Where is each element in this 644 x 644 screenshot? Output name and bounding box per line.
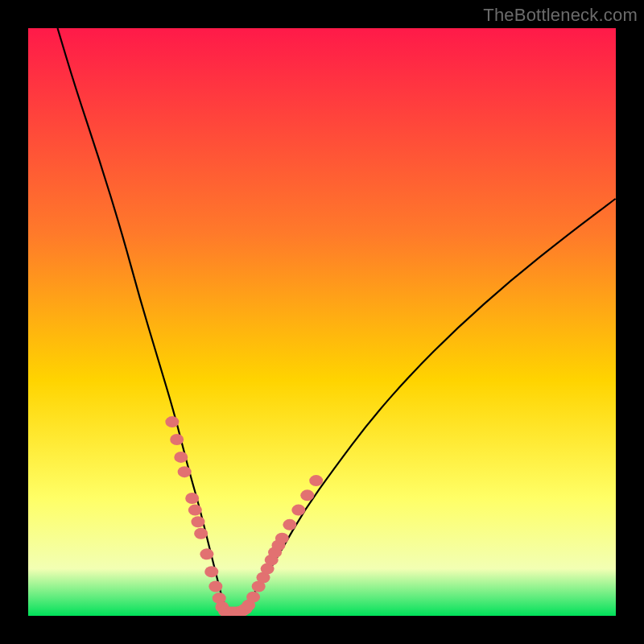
chart-plot-area (28, 28, 616, 616)
curve-marker (170, 434, 184, 445)
curve-marker (174, 452, 188, 463)
outer-frame: TheBottleneck.com (0, 0, 644, 644)
curve-marker (275, 533, 289, 544)
curve-marker (309, 475, 323, 486)
curve-marker (283, 519, 296, 530)
curve-marker (246, 592, 260, 603)
watermark-text: TheBottleneck.com (483, 5, 638, 26)
curve-marker (208, 581, 222, 592)
curve-marker (191, 516, 204, 527)
curve-marker (200, 548, 213, 559)
curve-marker (188, 505, 202, 516)
chart-svg (28, 28, 616, 616)
curve-marker (300, 489, 314, 501)
curve-marker (194, 528, 208, 539)
curve-marker (178, 466, 192, 477)
curve-marker (185, 493, 199, 504)
curve-marker (291, 505, 305, 516)
chart-background-gradient (28, 28, 616, 616)
curve-marker (165, 416, 179, 427)
curve-marker (204, 566, 218, 577)
